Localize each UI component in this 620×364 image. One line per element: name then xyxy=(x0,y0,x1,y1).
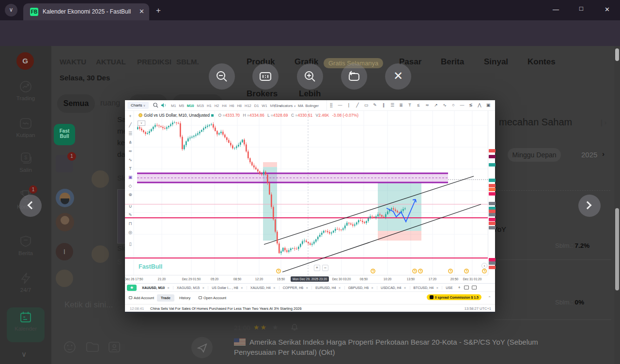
next-image-button[interactable] xyxy=(578,195,601,217)
filter-tab-ruang[interactable]: ruang xyxy=(100,99,120,107)
ruler-icon[interactable]: ◇ xyxy=(126,183,135,192)
timeframe-h12[interactable]: H12 xyxy=(245,104,251,108)
close-tab-icon[interactable]: ✕ xyxy=(202,287,204,289)
nav-sinyal[interactable]: Sinyal xyxy=(484,57,508,67)
horizontal-line-icon[interactable]: — xyxy=(336,103,344,107)
close-tab-icon[interactable]: ✕ xyxy=(241,287,243,289)
crosshair-add-icon[interactable]: + xyxy=(126,114,135,122)
fib-retracement-icon[interactable]: ≣ xyxy=(397,103,405,107)
parallel-channel-icon[interactable]: ∥ xyxy=(379,103,388,107)
rectangle-icon[interactable]: ▭ xyxy=(362,103,371,107)
scrollbar-thumb[interactable] xyxy=(615,208,619,290)
nav-brokers[interactable]: Brokers xyxy=(247,89,278,99)
rotate-button[interactable] xyxy=(341,63,367,90)
favorites-star-button[interactable]: ★ xyxy=(127,285,137,291)
scroll-right-icon[interactable]: › xyxy=(481,263,487,269)
channel-icon[interactable]: ≂ xyxy=(126,149,135,157)
browser-tab[interactable]: FB Kalender Ekonomi 2025 - FastBull ✕ xyxy=(23,3,149,20)
close-lightbox-button[interactable]: ✕ xyxy=(385,63,411,90)
ticker-text[interactable]: China Sets Vat For Sales Of Homes Purcha… xyxy=(150,306,302,311)
symbol-tab[interactable]: XAUUSD, H4✕ xyxy=(247,286,279,289)
horizontal-rays-icon[interactable]: ☰ xyxy=(388,103,397,107)
line-list-icon[interactable]: ☰ xyxy=(126,131,135,140)
original-size-button[interactable] xyxy=(252,63,279,90)
sidebar-item-trading[interactable]: Trading xyxy=(0,80,51,101)
chat-contact-emoji-avatar[interactable] xyxy=(56,189,74,207)
edit-icon[interactable]: ✎ xyxy=(126,212,135,221)
panel-layout-icon[interactable] xyxy=(472,286,477,289)
sidebar-profile-avatar[interactable]: G xyxy=(16,52,34,70)
ma-indicator-label[interactable]: MA xyxy=(298,104,303,108)
tab-close-icon[interactable]: ✕ xyxy=(139,8,144,15)
chat-contact-i-avatar[interactable]: I xyxy=(56,243,73,260)
price-axis[interactable] xyxy=(488,111,495,275)
chart-lightbox-image[interactable]: Charts ∨ M1M5M10M15H1H2H4H6H8H12D1W1MN1∨… xyxy=(125,100,495,313)
timeframe-m1[interactable]: M1 xyxy=(171,104,176,108)
trash-icon[interactable]: ▯ xyxy=(126,242,135,250)
tab-search-chevron-icon[interactable]: ∨ xyxy=(5,4,17,16)
zoom-out-chart-button[interactable]: − xyxy=(322,265,328,271)
symbol-tab[interactable]: XAUUSD, M10✕ xyxy=(139,286,173,289)
previous-image-button[interactable] xyxy=(19,195,42,217)
zoom-out-button[interactable] xyxy=(209,63,235,90)
eye-icon[interactable]: ◎ xyxy=(126,230,135,239)
event-title[interactable]: Amerika Serikat Indeks Harga Properti Pe… xyxy=(234,337,573,357)
object-tree-widget[interactable]: ∨ xyxy=(138,121,145,126)
new-tab-button[interactable]: + xyxy=(156,6,161,15)
collapse-caret-icon[interactable]: ⌃ xyxy=(488,296,491,300)
timeframe-d1[interactable]: D1 xyxy=(254,104,259,108)
sidebar-item-berita[interactable]: Berita xyxy=(0,235,51,256)
chat-contact-photo-avatar[interactable] xyxy=(56,213,74,231)
text-icon[interactable]: T xyxy=(405,103,414,107)
sidebar-item-kutipan[interactable]: Kutipan xyxy=(0,117,51,138)
trend-line-icon[interactable]: ╱ xyxy=(353,103,362,107)
price-chart-canvas[interactable] xyxy=(125,111,488,275)
sloped-lines-icon[interactable]: ≤ xyxy=(414,103,423,107)
zoom-area-icon[interactable]: ⊕ xyxy=(126,192,135,201)
arrow-marker-icon[interactable]: ↗ xyxy=(432,103,440,107)
symbol-tab[interactable]: USDCAD, H4✕ xyxy=(377,286,409,289)
timeframe-h6[interactable]: H6 xyxy=(230,104,234,108)
timeframe-m10[interactable]: M10 xyxy=(187,104,194,108)
zoom-in-button[interactable] xyxy=(297,63,323,90)
time-axis[interactable]: Mon Dec 29, 2025 23:20 Dec 26 17:5021:20… xyxy=(125,275,488,283)
lock-icon[interactable]: ⊓ xyxy=(126,221,135,230)
symbol-tab[interactable]: EURUSD, H4✕ xyxy=(311,286,344,289)
vertical-line-icon[interactable]: | xyxy=(344,103,353,107)
timeframe-h2[interactable]: H2 xyxy=(215,104,219,108)
timeframe-m5[interactable]: M5 xyxy=(179,104,184,108)
close-tab-icon[interactable]: ✕ xyxy=(339,287,341,289)
close-tab-icon[interactable]: ✕ xyxy=(371,287,373,289)
commission-badge[interactable]: 0 spread Commission $ 1.5 xyxy=(427,294,481,300)
ellipse-icon[interactable]: ○ xyxy=(449,103,458,107)
year-chevron-icon[interactable]: › xyxy=(602,150,604,158)
sidebar-item-kalender[interactable]: Kalender xyxy=(0,310,51,332)
add-account-button[interactable]: Add Account xyxy=(129,296,154,300)
nav-berita[interactable]: Berita xyxy=(441,57,464,67)
timeframe-w1[interactable]: W1 xyxy=(262,104,267,108)
contact-card-icon[interactable] xyxy=(108,340,121,356)
panel-layout-icon[interactable] xyxy=(464,286,469,289)
charts-menu-button[interactable]: Charts ∨ xyxy=(127,102,149,109)
close-tab-icon[interactable]: ✕ xyxy=(273,287,276,289)
timeframe-h4[interactable]: H4 xyxy=(222,104,227,108)
symbol-tab[interactable]: BTCUSD, H4✕ xyxy=(410,286,442,289)
nav-lebih[interactable]: Lebih xyxy=(299,89,321,99)
zoom-in-chart-button[interactable]: + xyxy=(314,265,320,271)
window-minimize-button[interactable]: — xyxy=(553,6,559,13)
chat-contact-chart-avatar[interactable]: 1 xyxy=(56,155,73,172)
pitchfork-icon[interactable]: ⋔ xyxy=(126,140,135,149)
brush-icon[interactable]: ✎ xyxy=(371,103,379,107)
xabcd-pattern-icon[interactable]: ⋀ xyxy=(475,103,484,107)
trade-tab[interactable]: Trade xyxy=(157,294,174,302)
nav-kontes[interactable]: Kontes xyxy=(527,57,556,67)
close-tab-icon[interactable]: ✕ xyxy=(436,287,438,289)
close-tab-icon[interactable]: ✕ xyxy=(306,287,308,289)
chat-input-placeholder[interactable]: Ketik di sini... xyxy=(64,300,113,310)
timeframe-h8[interactable]: H8 xyxy=(237,104,242,108)
scrollbar[interactable] xyxy=(614,46,620,364)
flat-lines-icon[interactable]: ≂ xyxy=(423,103,432,107)
shapes-icon[interactable]: ▣ xyxy=(126,175,135,183)
sidebar-item-247[interactable]: 24/7 xyxy=(0,272,51,293)
bollinger-indicator-label[interactable]: Bolinger xyxy=(305,104,319,108)
